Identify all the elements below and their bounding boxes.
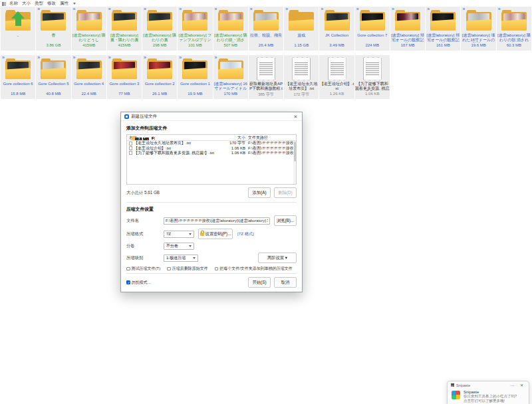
file-name: Gore collection 2 xyxy=(142,82,177,91)
browse-button[interactable]: 浏览(B)... xyxy=(274,215,297,226)
file-name: 获取最新地址及APP下载和播放教程.txt xyxy=(249,82,283,91)
file-size: 161 MB xyxy=(436,43,450,47)
file-tile[interactable]: » 【老王论坛永久地址发布页】.txt 172 字节 xyxy=(284,55,319,99)
format-value: 7Z xyxy=(166,232,187,236)
filename-input[interactable] xyxy=(164,217,270,225)
dialog-titlebar[interactable]: 新建压缩文件 ✕ xyxy=(121,112,302,121)
column-size[interactable]: 大小 xyxy=(220,135,248,141)
file-tile[interactable]: » [速雲laboratory] 隣わりの朝 消される… 60.3 MB xyxy=(497,7,531,50)
file-name: [速雲laboratory] 隣わりどうし xyxy=(72,33,106,43)
volume-combobox[interactable]: 不分卷 xyxy=(164,243,194,250)
checkbox-checked-icon xyxy=(126,280,130,284)
file-name: [速雲laboratory] 裏・隣わりの裏 xyxy=(107,33,142,43)
option-checkbox[interactable]: 把每个文件/文件夹添加到单独的压缩文件 xyxy=(215,266,293,272)
folder-icon xyxy=(147,58,172,79)
add-button[interactable]: 添加(A) xyxy=(248,187,271,198)
checkbox-label: 测试压缩文件(T) xyxy=(132,266,161,272)
file-tile[interactable]: » [速雲laboratory] ファンブル(2プリンス… 101 MB xyxy=(178,7,212,50)
more-icon[interactable]: ⋯ xyxy=(508,383,516,387)
file-tile[interactable]: » Gore collection 7 224 MB xyxy=(355,7,390,50)
format-help-link[interactable]: [7Z 格式] xyxy=(237,231,254,237)
file-tile[interactable]: » [速雲laboratory] 壊れた16寸ドールの記録… 19.6 MB xyxy=(461,7,495,50)
set-password-button[interactable]: 设置密码(P)... xyxy=(198,229,233,239)
new-archive-dialog: 新建压缩文件 ✕ 添加文件到压缩文件 名称 大小 文件夹路径 Gore Coll… xyxy=(120,112,303,292)
format-label: 压缩格式 xyxy=(126,231,164,237)
file-tile[interactable]: » Gore collection 2 26.1 MB xyxy=(142,55,177,99)
remove-button[interactable]: 删除(D) xyxy=(274,187,297,198)
folder-icon xyxy=(41,58,66,79)
file-tile[interactable]: » Gore collection 3 77 MB xyxy=(107,55,142,99)
row-file-name: 【为了能够下载和观看更多资源, 残忍篇!】.txt xyxy=(134,150,214,156)
file-row[interactable]: [速雲laboratory]16寸ドールアイドル64カップ… 169 MB F:… xyxy=(130,136,155,141)
row-file-icon xyxy=(129,151,132,155)
file-row[interactable]: 【为了能够下载和观看更多资源, 残忍篇!】.txt 1.06 KB F:\看图\… xyxy=(127,151,296,155)
file-tile[interactable]: » [速雲laboratory] 16寸ドールアイドル64… 170 MB xyxy=(213,55,248,99)
file-tile[interactable]: » [速雲laboratory] 隣わりの妹・消され、裏… 507 MB xyxy=(213,7,248,50)
list-scrollbar[interactable] xyxy=(293,141,296,184)
view-mode-icon[interactable] xyxy=(2,2,6,6)
advanced-settings-button[interactable]: 高阶设置 ▾ xyxy=(258,252,297,263)
folder-icon xyxy=(5,58,31,79)
folder-icon xyxy=(501,10,527,31)
file-size: 101 MB xyxy=(188,43,202,47)
quiet-mode-checkbox[interactable]: 勿扰模式... xyxy=(126,280,151,286)
file-tile[interactable]: » 获取最新地址及APP下载和播放教程.txt 385 字节 xyxy=(249,55,283,99)
sort-option[interactable]: 类型 xyxy=(33,1,45,7)
file-size: 172 字节 xyxy=(293,92,309,98)
format-combobox[interactable]: 7Z xyxy=(164,231,194,238)
file-size: 26.4 MB xyxy=(259,43,273,47)
file-tile[interactable]: » Gore Collection 5 40.8 MB xyxy=(36,55,70,99)
file-tile[interactable]: » 遊戏 1.15 GB xyxy=(284,7,319,50)
folder-icon xyxy=(253,10,279,31)
file-name: [速雲laboratory] 壊れた16寸ドールの記録… xyxy=(462,33,496,43)
settings-section-title: 压缩文件设置 xyxy=(126,206,297,213)
file-tile[interactable]: » Gore collection 1 19.9 MB xyxy=(178,55,212,99)
total-size-label: 大小总计 5.61 GB xyxy=(126,190,248,196)
column-path[interactable]: 文件夹路径 xyxy=(248,135,296,141)
file-tile[interactable]: » [速雲laboratory] 帰宅オールの観察記録2 167 MB xyxy=(390,7,425,50)
folder-icon xyxy=(325,10,350,31)
level-value: 1-极速压缩 xyxy=(166,255,191,261)
option-checkbox[interactable]: 压缩后删除原始文件 xyxy=(167,266,208,272)
file-tile[interactable]: » Gore collection 6 15.8 MB xyxy=(1,55,35,99)
row-file-path: F:\看图\※※※※※※接收\[速雲laboratory]\【为了... xyxy=(248,150,296,156)
file-tile[interactable]: » 【为了能够下载和观看更多资源, 残忍篇!】.txt 1.06 KB xyxy=(355,55,390,99)
sort-option[interactable]: 名称 xyxy=(7,1,20,7)
close-icon[interactable]: ✕ xyxy=(518,383,525,387)
start-button[interactable]: 开始(S) xyxy=(248,277,271,288)
file-name: 【老王论坛永久地址发布页】.txt xyxy=(284,82,319,91)
file-size: 385 字节 xyxy=(258,92,274,98)
sort-option[interactable]: 修改 xyxy=(45,1,58,7)
file-tile[interactable]: » [速雲laboratory] 裏・隣わりの裏 415MB xyxy=(107,7,142,50)
file-tile[interactable]: » [速雲laboratory] 隣わりの裏 298 MB xyxy=(142,7,177,50)
file-tile[interactable]: » .. xyxy=(1,7,35,50)
cancel-button[interactable]: 取消 xyxy=(274,277,297,288)
file-name: Gore collection 3 xyxy=(107,82,142,91)
file-size: 60.3 MB xyxy=(507,43,521,47)
option-checkbox[interactable]: 测试压缩文件(T) xyxy=(126,266,160,272)
level-combobox[interactable]: 1-极速压缩 xyxy=(164,254,198,262)
file-name: [速雲laboratory] 隣わりの裏 xyxy=(142,33,177,43)
close-icon[interactable]: ✕ xyxy=(291,113,301,120)
file-tile[interactable]: » [速雲laboratory] 隣わりどうし 415MB xyxy=(72,7,106,50)
folder-icon xyxy=(147,10,172,31)
folder-icon xyxy=(112,10,137,31)
text-file-icon xyxy=(292,57,311,80)
text-file-icon xyxy=(328,57,346,80)
file-size: 15.8 MB xyxy=(11,92,25,96)
snipaste-logo-icon xyxy=(452,391,460,399)
checkbox-label: 把每个文件/文件夹添加到单独的压缩文件 xyxy=(219,266,293,272)
file-tile[interactable]: » 春 3.86 GB xyxy=(36,7,70,50)
file-tile[interactable]: » [速雲laboratory] 帰宅オールの観察記録 161 MB xyxy=(426,7,460,50)
file-tile[interactable]: » 【老王论坛介绍】.txt 1.26 KB xyxy=(319,55,354,99)
chevron-down-icon[interactable] xyxy=(73,3,76,5)
checkbox-icon xyxy=(215,267,219,271)
archive-file-list: 名称 大小 文件夹路径 Gore Collection 5 40.8 MB F:… xyxy=(126,134,297,185)
file-tile[interactable]: » JK Collection 3.49 MB xyxy=(319,7,354,50)
sort-option[interactable]: 属性 xyxy=(58,1,70,7)
file-tile[interactable]: » Gore collection 4 22.4 MB xyxy=(72,55,106,99)
file-tile[interactable]: » 拉致、校脱、殘喪 26.4 MB xyxy=(249,7,283,50)
sort-option[interactable]: 大小 xyxy=(20,1,33,7)
file-name: [速雲laboratory] 帰宅オールの観察記録 xyxy=(426,33,460,43)
toast-notification[interactable]: Snipaste ⋯ ✕ Snipaste 你注意到工具条上的小红点了吗? 点击… xyxy=(447,381,529,404)
